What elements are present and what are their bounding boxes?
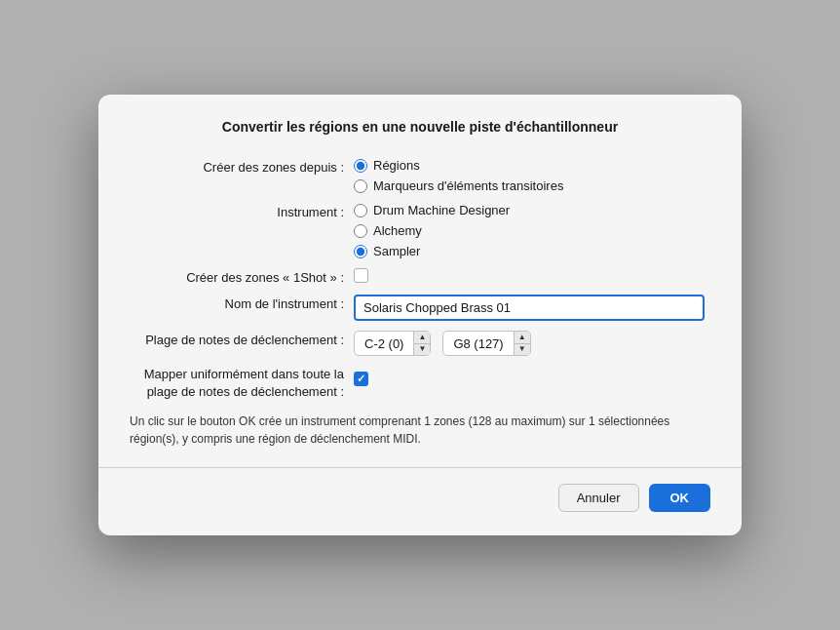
alchemy-label[interactable]: Alchemy (373, 223, 422, 238)
mapper-label: Mapper uniformément dans toute la plage … (130, 366, 354, 401)
sampler-label[interactable]: Sampler (373, 244, 420, 258)
mapper-label-line1: Mapper uniformément dans toute la (144, 367, 344, 381)
note-min-arrows: ▲ ▼ (413, 332, 430, 355)
oneshot-row: Créer des zones « 1Shot » : (130, 268, 710, 285)
drum-label[interactable]: Drum Machine Designer (373, 203, 510, 217)
oneshot-checkbox-row (354, 268, 368, 283)
alchemy-radio[interactable] (354, 224, 367, 238)
instrument-name-input[interactable] (354, 295, 705, 321)
note-max-up-arrow[interactable]: ▲ (515, 332, 530, 344)
ok-button[interactable]: OK (649, 484, 711, 512)
marqueurs-label[interactable]: Marqueurs d'éléments transitoires (373, 178, 563, 193)
nom-instrument-content (354, 295, 705, 321)
sampler-radio[interactable] (354, 245, 367, 258)
instrument-options: Drum Machine Designer Alchemy Sampler (354, 203, 510, 258)
regions-label[interactable]: Régions (373, 158, 420, 173)
nom-instrument-label: Nom de l'instrument : (130, 295, 354, 311)
oneshot-checkbox[interactable] (354, 268, 368, 283)
marqueurs-radio[interactable] (354, 179, 367, 193)
note-min-down-arrow[interactable]: ▼ (414, 344, 430, 356)
sampler-radio-row: Sampler (354, 244, 510, 258)
oneshot-label: Créer des zones « 1Shot » : (130, 268, 354, 285)
creer-zones-options: Régions Marqueurs d'éléments transitoire… (354, 158, 563, 193)
note-min-value: C-2 (0) (355, 336, 413, 351)
drum-radio-row: Drum Machine Designer (354, 203, 510, 217)
dialog-title: Convertir les régions en une nouvelle pi… (130, 118, 710, 138)
dialog: Convertir les régions en une nouvelle pi… (98, 95, 742, 536)
regions-radio[interactable] (354, 159, 367, 173)
info-text-content: Un clic sur le bouton OK crée un instrum… (130, 414, 669, 446)
nom-instrument-row: Nom de l'instrument : (130, 295, 710, 321)
mapper-checkbox[interactable] (354, 372, 368, 386)
note-range-row: C-2 (0) ▲ ▼ G8 (127) ▲ ▼ (354, 331, 531, 356)
mapper-label-line2: plage de notes de déclenchement : (147, 384, 344, 399)
mapper-checkbox-row (354, 372, 368, 386)
note-min-up-arrow[interactable]: ▲ (414, 332, 430, 344)
mapper-content (354, 366, 368, 386)
cancel-button[interactable]: Annuler (558, 484, 639, 512)
alchemy-radio-row: Alchemy (354, 223, 510, 238)
regions-radio-row: Régions (354, 158, 563, 173)
oneshot-content (354, 268, 368, 283)
instrument-row: Instrument : Drum Machine Designer Alche… (130, 203, 710, 258)
note-max-arrows: ▲ ▼ (514, 332, 530, 355)
creer-zones-row: Créer des zones depuis : Régions Marqueu… (130, 158, 710, 193)
note-max-down-arrow[interactable]: ▼ (515, 344, 530, 356)
note-min-spinner[interactable]: C-2 (0) ▲ ▼ (354, 331, 431, 356)
note-max-spinner[interactable]: G8 (127) ▲ ▼ (442, 331, 530, 356)
plage-notes-label: Plage de notes de déclenchement : (130, 331, 354, 347)
instrument-label: Instrument : (130, 203, 354, 219)
plage-notes-row: Plage de notes de déclenchement : C-2 (0… (130, 331, 710, 356)
marqueurs-radio-row: Marqueurs d'éléments transitoires (354, 178, 563, 193)
plage-notes-content: C-2 (0) ▲ ▼ G8 (127) ▲ ▼ (354, 331, 531, 356)
note-max-value: G8 (127) (443, 336, 513, 351)
info-text: Un clic sur le bouton OK crée un instrum… (130, 413, 710, 448)
creer-zones-label: Créer des zones depuis : (130, 158, 354, 175)
drum-radio[interactable] (354, 204, 367, 217)
divider (98, 467, 742, 468)
mapper-row: Mapper uniformément dans toute la plage … (130, 366, 710, 401)
button-row: Annuler OK (130, 484, 710, 512)
